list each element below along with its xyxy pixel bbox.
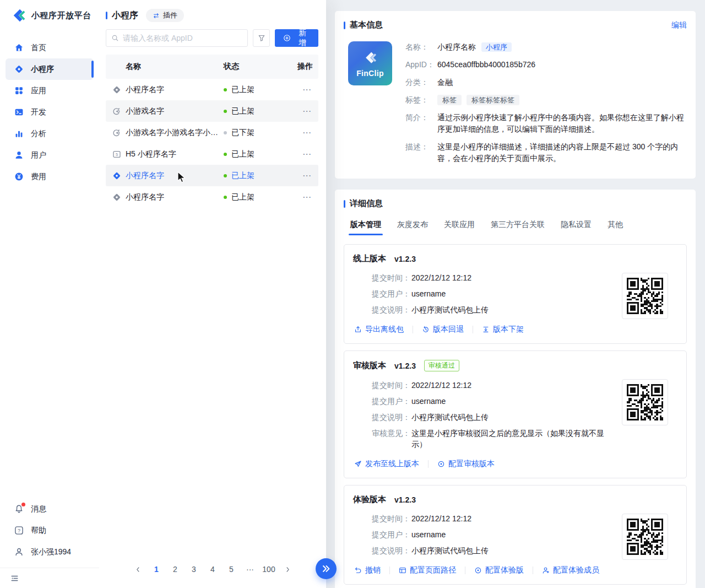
pagination-ellipsis[interactable]: ··· bbox=[243, 562, 257, 577]
section-accent-bar bbox=[344, 200, 345, 208]
version-qr-code[interactable] bbox=[622, 379, 668, 425]
need-help-text[interactable]: 需要帮助? bbox=[344, 585, 687, 588]
version-title: 线上版本 bbox=[353, 253, 386, 264]
row-actions-button[interactable]: ··· bbox=[288, 128, 318, 137]
version-field-row: 提交说明：小程序测试代码包上传 bbox=[372, 545, 611, 556]
field-value: 小程序名称小程序 bbox=[437, 41, 512, 53]
search-icon bbox=[111, 34, 119, 42]
basic-info-title: 基本信息 bbox=[350, 20, 383, 30]
action-版本下架[interactable]: 版本下架 bbox=[482, 325, 524, 335]
field-label: 提交说明： bbox=[372, 412, 411, 423]
edit-link[interactable]: 编辑 bbox=[671, 20, 687, 30]
field-label: 审核意见： bbox=[372, 428, 411, 450]
table-row[interactable]: 小程序名字已上架··· bbox=[106, 79, 318, 100]
pagination-page-3[interactable]: 3 bbox=[187, 562, 201, 577]
row-actions-button[interactable]: ··· bbox=[288, 85, 318, 94]
filter-button[interactable] bbox=[253, 29, 270, 47]
detail-info-card: 详细信息 版本管理灰度发布关联应用第三方平台关联隐私设置其他 线上版本v1.2.… bbox=[335, 190, 696, 588]
expand-panel-button[interactable] bbox=[316, 558, 337, 579]
sidebar-bottom-item-消息[interactable]: 消息 bbox=[0, 498, 99, 520]
action-配置页面路径[interactable]: 配置页面路径 bbox=[399, 565, 456, 575]
table-row[interactable]: 5H5 小程序名字已上架··· bbox=[106, 143, 318, 165]
action-配置体验版[interactable]: 配置体验版 bbox=[474, 565, 524, 575]
tab-关联应用[interactable]: 关联应用 bbox=[444, 220, 475, 235]
game-icon bbox=[112, 107, 121, 116]
status-text: 已上架 bbox=[231, 106, 254, 116]
status-text: 已上架 bbox=[231, 171, 254, 181]
sidebar-item-用户[interactable]: 用户 bbox=[6, 144, 94, 166]
version-qr-code[interactable] bbox=[622, 273, 668, 319]
tab-其他[interactable]: 其他 bbox=[608, 220, 623, 235]
tab-第三方平台关联[interactable]: 第三方平台关联 bbox=[491, 220, 545, 235]
miniapp-icon bbox=[112, 193, 121, 202]
row-name-cell: 5H5 小程序名字 bbox=[106, 149, 224, 159]
action-撤销[interactable]: 撤销 bbox=[354, 565, 381, 575]
sidebar: 小程序开放平台 首页小程序应用开发分析用户费用 消息?帮助张小强1994 bbox=[0, 0, 99, 588]
table-row[interactable]: 小程序名字已上架··· bbox=[106, 186, 318, 208]
add-button[interactable]: 新增 bbox=[275, 29, 318, 47]
pagination-page-4[interactable]: 4 bbox=[205, 562, 220, 577]
sidebar-item-首页[interactable]: 首页 bbox=[6, 37, 94, 58]
field-label: 标签： bbox=[405, 94, 437, 106]
pagination-prev-button[interactable] bbox=[131, 562, 145, 577]
row-actions-button[interactable]: ··· bbox=[288, 107, 318, 115]
version-field-row: 提交用户：username bbox=[372, 396, 611, 407]
row-actions-button[interactable]: ··· bbox=[288, 193, 318, 201]
row-actions-button[interactable]: ··· bbox=[288, 171, 318, 180]
tab-隐私设置[interactable]: 隐私设置 bbox=[561, 220, 592, 235]
action-导出离线包[interactable]: 导出离线包 bbox=[354, 325, 404, 335]
action-配置审核版本[interactable]: 配置审核版本 bbox=[437, 459, 495, 469]
pagination-next-button[interactable] bbox=[280, 562, 295, 577]
sidebar-item-分析[interactable]: 分析 bbox=[6, 123, 94, 144]
version-field-row: 提交用户：username bbox=[372, 529, 611, 540]
version-title: 审核版本 bbox=[353, 360, 386, 371]
brand: 小程序开放平台 bbox=[0, 0, 99, 29]
action-label: 配置页面路径 bbox=[410, 565, 456, 575]
action-label: 配置体验版 bbox=[485, 565, 524, 575]
search-input[interactable] bbox=[123, 34, 242, 42]
help-icon: ? bbox=[14, 526, 24, 535]
swap-icon bbox=[153, 12, 160, 19]
history-icon bbox=[422, 326, 430, 333]
plugin-toggle[interactable]: 插件 bbox=[146, 9, 184, 22]
pagination-page-5[interactable]: 5 bbox=[224, 562, 238, 577]
version-title-row: 审核版本v1.2.3审核通过 bbox=[353, 360, 677, 371]
action-发布至线上版本[interactable]: 发布至线上版本 bbox=[354, 459, 419, 469]
field-label: 提交时间： bbox=[372, 513, 411, 524]
action-label: 配置审核版本 bbox=[448, 459, 495, 469]
title-accent-bar bbox=[106, 12, 107, 19]
search-box[interactable] bbox=[106, 29, 248, 47]
brand-title: 小程序开放平台 bbox=[31, 10, 91, 21]
sidebar-item-小程序[interactable]: 小程序 bbox=[6, 58, 94, 80]
row-actions-button[interactable]: ··· bbox=[288, 150, 318, 158]
row-name-cell: 小游戏名字 bbox=[106, 106, 224, 116]
column-header-status: 状态 bbox=[224, 62, 288, 72]
table-row[interactable]: 小游戏名字已上架··· bbox=[106, 100, 318, 122]
miniapp-icon bbox=[112, 171, 121, 180]
row-name: 小程序名字 bbox=[126, 171, 164, 181]
tab-灰度发布[interactable]: 灰度发布 bbox=[397, 220, 428, 235]
row-status-cell: 已上架 bbox=[224, 171, 288, 181]
action-版本回退[interactable]: 版本回退 bbox=[422, 325, 464, 335]
action-配置体验成员[interactable]: 配置体验成员 bbox=[542, 565, 599, 575]
sidebar-bottom-item-张小强1994[interactable]: 张小强1994 bbox=[0, 541, 99, 563]
app-logo: FinClip bbox=[348, 41, 392, 85]
table-row[interactable]: 小游戏名字小游戏名字小游戏名字已下架··· bbox=[106, 122, 318, 143]
table-row[interactable]: 小程序名字已上架··· bbox=[106, 165, 318, 186]
sidebar-item-应用[interactable]: 应用 bbox=[6, 80, 94, 101]
version-title: 体验版本 bbox=[353, 494, 386, 505]
info-field-row: 分类：金融 bbox=[405, 77, 687, 88]
pagination-page-100[interactable]: 100 bbox=[262, 562, 276, 577]
pagination-page-1[interactable]: 1 bbox=[149, 562, 164, 577]
sidebar-item-费用[interactable]: 费用 bbox=[6, 166, 94, 187]
sidebar-item-开发[interactable]: 开发 bbox=[6, 101, 94, 123]
publish-icon bbox=[354, 460, 362, 468]
pagination-page-2[interactable]: 2 bbox=[168, 562, 182, 577]
sidebar-bottom-item-帮助[interactable]: ?帮助 bbox=[0, 520, 99, 541]
tag-chip: 标签 bbox=[437, 95, 462, 105]
tab-版本管理[interactable]: 版本管理 bbox=[350, 220, 381, 235]
version-qr-code[interactable] bbox=[622, 514, 668, 560]
miniapp-table: 名称 状态 操作 小程序名字已上架···小游戏名字已上架···小游戏名字小游戏名… bbox=[106, 55, 318, 208]
collapse-sidebar-button[interactable] bbox=[0, 568, 99, 588]
version-field-row: 审核意见：这里是小程序审核驳回之后的意见显示（如果没有就不显示） bbox=[372, 428, 611, 450]
